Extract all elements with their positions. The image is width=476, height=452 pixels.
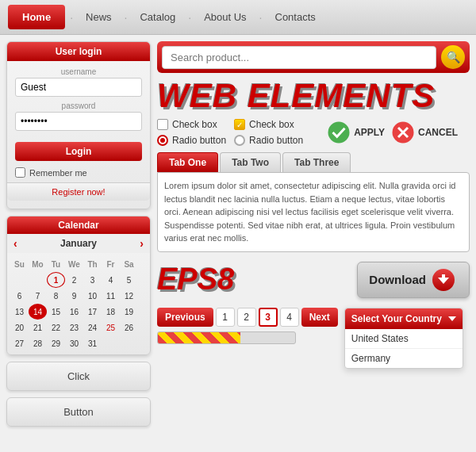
cal-day-2[interactable]: 2: [65, 272, 83, 288]
search-input[interactable]: [162, 46, 436, 69]
svg-rect-5: [442, 274, 445, 281]
cal-day-10[interactable]: 10: [83, 288, 102, 304]
cal-day-23[interactable]: 23: [65, 320, 83, 335]
nav-home[interactable]: Home: [8, 5, 65, 29]
tab-three[interactable]: Tab Three: [282, 152, 351, 172]
cal-day-17[interactable]: 17: [83, 304, 102, 320]
checkbox-1[interactable]: [157, 119, 168, 130]
radio-2[interactable]: [234, 135, 245, 146]
checkbox-label-1: Check box: [172, 119, 217, 130]
dropdown-arrow-icon: [448, 316, 456, 321]
cal-month-name: January: [60, 238, 97, 249]
right-col: 🔍 WEB ELEMENTS Check box Radio button ✓: [157, 41, 470, 446]
left-col: User login username password Login Remem…: [6, 41, 151, 446]
checkbox-group-2: ✓ Check box Radio button: [234, 119, 303, 146]
cal-day-18[interactable]: 18: [102, 304, 120, 320]
dropdown-option-2[interactable]: Germany: [345, 349, 463, 368]
username-input[interactable]: [15, 78, 142, 97]
cal-dow-row: Su Mo Tu We Th Fr Sa: [10, 256, 147, 272]
cal-prev[interactable]: ‹: [13, 237, 17, 250]
nav-bar: Home · News · Catalog · About Us · Conta…: [0, 0, 476, 35]
tab-one[interactable]: Tab One: [157, 152, 218, 172]
nav-news[interactable]: News: [78, 5, 120, 29]
login-title: User login: [7, 42, 150, 61]
radio-item-2[interactable]: Radio button: [234, 135, 303, 146]
cal-day-7[interactable]: 7: [29, 288, 47, 304]
cal-day-24[interactable]: 24: [83, 320, 102, 335]
checkbox-item-1[interactable]: Check box: [157, 119, 226, 130]
hero-title: WEB ELEMENTS: [157, 79, 470, 113]
download-icon: [432, 269, 455, 291]
dropdown-option-1[interactable]: United States: [345, 329, 463, 349]
cal-day-19[interactable]: 19: [120, 304, 138, 320]
cal-day-1[interactable]: 1: [47, 272, 65, 288]
cal-dow-tu: Tu: [47, 256, 65, 272]
checkbox-item-2[interactable]: ✓ Check box: [234, 119, 303, 130]
cancel-label: CANCEL: [418, 127, 458, 138]
password-input[interactable]: [15, 112, 142, 131]
cal-day-13[interactable]: 13: [10, 304, 29, 320]
download-button[interactable]: Download: [357, 262, 470, 298]
page-1[interactable]: 1: [216, 308, 235, 327]
cal-day-30[interactable]: 30: [65, 335, 83, 351]
page-3[interactable]: 3: [259, 308, 278, 327]
cal-dow-mo: Mo: [29, 256, 47, 272]
button-button[interactable]: Button: [6, 397, 151, 427]
radio-1[interactable]: [157, 135, 168, 146]
cal-day-16[interactable]: 16: [65, 304, 83, 320]
cal-day-26[interactable]: 26: [120, 320, 138, 335]
checkbox-2[interactable]: ✓: [234, 119, 245, 130]
next-button[interactable]: Next: [301, 308, 338, 327]
page-2[interactable]: 2: [237, 308, 256, 327]
apply-cancel-area: APPLY CANCEL: [327, 121, 458, 144]
dropdown-label: Select Your Country: [351, 313, 442, 324]
login-button[interactable]: Login: [15, 142, 142, 161]
cal-day-15[interactable]: 15: [47, 304, 65, 320]
eps-row: EPS8 Download: [157, 259, 470, 301]
nav-catalog[interactable]: Catalog: [132, 5, 183, 29]
nav-about-us[interactable]: About Us: [196, 5, 254, 29]
nav-contacts[interactable]: Contacts: [267, 5, 324, 29]
click-button[interactable]: Click: [6, 362, 151, 391]
tab-content: Lorem ipsum dolor sit amet, consectetur …: [157, 172, 470, 252]
checkbox-label-2: Check box: [249, 119, 294, 130]
controls-row: Check box Radio button ✓ Check box Radio…: [157, 119, 470, 146]
cal-day-20[interactable]: 20: [10, 320, 29, 335]
cal-day-21[interactable]: 21: [29, 320, 47, 335]
cal-day-12[interactable]: 12: [120, 288, 138, 304]
cal-next[interactable]: ›: [140, 237, 144, 250]
cal-week-5: 27 28 29 30 31: [10, 335, 147, 351]
cal-day-28[interactable]: 28: [29, 335, 47, 351]
prev-button[interactable]: Previous: [157, 308, 213, 327]
tab-two[interactable]: Tab Two: [220, 152, 281, 172]
progress-bar: [157, 331, 296, 344]
register-link[interactable]: Register now!: [7, 182, 150, 201]
search-button[interactable]: 🔍: [441, 45, 465, 69]
cal-day-11[interactable]: 11: [102, 288, 120, 304]
page-4[interactable]: 4: [280, 308, 299, 327]
cal-day-5[interactable]: 5: [120, 272, 138, 288]
apply-button[interactable]: APPLY: [327, 121, 385, 144]
remember-checkbox[interactable]: [15, 167, 25, 178]
svg-point-0: [328, 122, 350, 144]
cal-grid: Su Mo Tu We Th Fr Sa 1 2 3 4 5: [7, 253, 150, 354]
bottom-row: Previous 1 2 3 4 Next Select Your Countr…: [157, 308, 470, 369]
cal-dow-fr: Fr: [102, 256, 120, 272]
cal-day-6[interactable]: 6: [10, 288, 29, 304]
cal-day-22[interactable]: 22: [47, 320, 65, 335]
cal-day-4[interactable]: 4: [102, 272, 120, 288]
radio-item-1[interactable]: Radio button: [157, 135, 226, 146]
progress-bar-fill: [158, 332, 240, 343]
cal-day-14[interactable]: 14: [29, 304, 47, 320]
cancel-button[interactable]: CANCEL: [391, 121, 458, 144]
cal-day-9[interactable]: 9: [65, 288, 83, 304]
cal-day-27[interactable]: 27: [10, 335, 29, 351]
cal-day-31[interactable]: 31: [83, 335, 102, 351]
cal-day-29[interactable]: 29: [47, 335, 65, 351]
nav-sep-4: ·: [258, 11, 264, 24]
cal-day-3[interactable]: 3: [83, 272, 102, 288]
dropdown-header[interactable]: Select Your Country: [345, 308, 463, 329]
cal-day-empty: [10, 272, 29, 288]
cal-day-8[interactable]: 8: [47, 288, 65, 304]
cal-day-25[interactable]: 25: [102, 320, 120, 335]
